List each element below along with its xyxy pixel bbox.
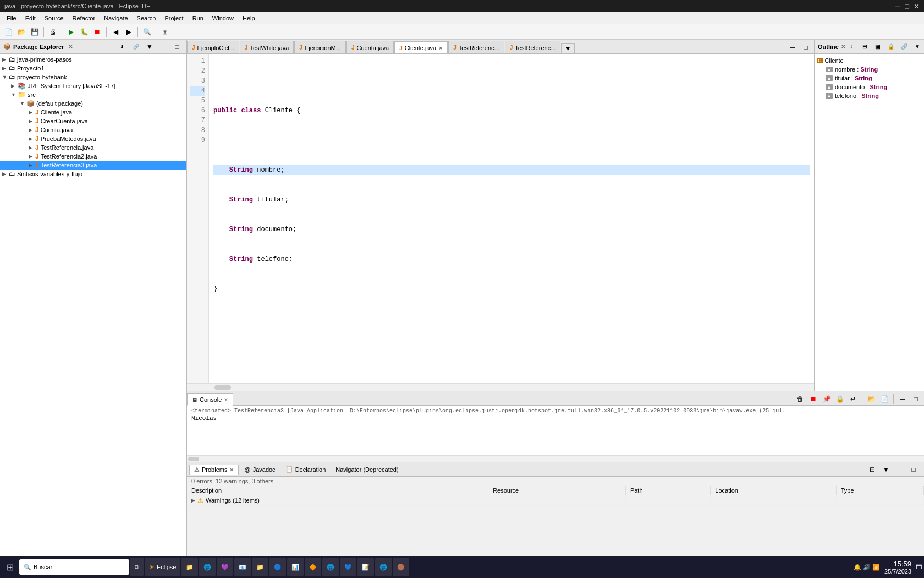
console-scroll-lock[interactable]: 🔒 (834, 393, 846, 405)
expand-arrow[interactable]: ▶ (11, 83, 18, 89)
taskbar-app-chrome[interactable]: 🌐 (199, 558, 216, 576)
outline-hide-nonpublic[interactable]: 🔒 (885, 41, 897, 53)
console-pin[interactable]: 📌 (821, 393, 833, 405)
code-editor[interactable]: 1 2 3 4 5 6 7 8 9 public class Cliente { (187, 54, 814, 383)
expand-arrow[interactable]: ▼ (2, 74, 9, 80)
pe-menu[interactable]: ▼ (144, 41, 156, 53)
problems-close-icon[interactable]: ✕ (229, 467, 234, 473)
close-button[interactable]: ✕ (914, 2, 920, 10)
console-close-icon[interactable]: ✕ (224, 397, 228, 403)
tab-testwhile[interactable]: J TestWhile.java (240, 41, 294, 53)
menu-edit[interactable]: Edit (21, 14, 40, 23)
toolbar-print[interactable]: 🖨 (47, 26, 59, 38)
taskbar-app-app3[interactable]: 📁 (252, 558, 268, 576)
menu-source[interactable]: Source (40, 14, 68, 23)
expand-arrow[interactable]: ▼ (20, 101, 26, 106)
outline-field-nombre[interactable]: ▲ nombre : String (817, 65, 922, 74)
expand-arrow[interactable]: ▼ (11, 92, 18, 97)
tree-proyecto-bytebank[interactable]: ▼ 🗂 proyecto-bytebank (0, 73, 186, 81)
toolbar-prev[interactable]: ◀ (109, 26, 122, 38)
toolbar-new[interactable]: 📄 (2, 26, 14, 38)
pe-collapse[interactable]: ⬇ (116, 41, 128, 53)
menu-project[interactable]: Project (160, 14, 188, 23)
maximize-button[interactable]: □ (905, 2, 909, 10)
tab-ejemplocicl[interactable]: J EjemploCicl... (187, 41, 239, 53)
problems-min[interactable]: ─ (894, 464, 906, 476)
problems-menu[interactable]: ▼ (880, 464, 892, 476)
col-type[interactable]: Type (836, 486, 923, 495)
toolbar-open[interactable]: 📂 (15, 26, 28, 38)
tab-problems[interactable]: ⚠ Problems ✕ (189, 465, 239, 475)
expand-arrow[interactable]: ▶ (29, 162, 35, 168)
pe-min[interactable]: ─ (157, 41, 169, 53)
col-location[interactable]: Location (711, 486, 836, 495)
expand-arrow[interactable]: ▶ (29, 145, 35, 150)
expand-arrow[interactable]: ▶ (2, 66, 9, 71)
col-resource[interactable]: Resource (488, 486, 626, 495)
taskbar-search[interactable]: 🔍 Buscar (19, 559, 129, 575)
tab-overflow[interactable]: ▼ (561, 43, 575, 53)
col-description[interactable]: Description (187, 486, 488, 495)
pe-link[interactable]: 🔗 (130, 41, 142, 53)
expand-arrow[interactable]: ▶ (29, 110, 35, 115)
outline-close[interactable]: ✕ (841, 43, 845, 50)
expand-arrow[interactable]: ▶ (29, 136, 35, 141)
editor-min[interactable]: ─ (787, 41, 799, 53)
toolbar-search[interactable]: 🔍 (141, 26, 153, 38)
problems-max[interactable]: □ (908, 464, 920, 476)
tab-ejercicion[interactable]: J EjercicionM... (294, 41, 346, 53)
tab-cliente-active[interactable]: J Cliente.java ✕ (394, 41, 448, 54)
console-stop[interactable]: ⏹ (807, 393, 820, 405)
tree-java-primeros-pasos[interactable]: ▶ 🗂 java-primeros-pasos (0, 55, 186, 64)
pe-close-icon[interactable]: ✕ (68, 43, 73, 50)
menu-window[interactable]: Window (208, 14, 238, 23)
taskbar-app-app1[interactable]: 💜 (217, 558, 233, 576)
tree-testref3-java[interactable]: ▶ J TestReferencia3.java (0, 161, 186, 170)
expand-arrow[interactable]: ▶ (2, 171, 9, 177)
toolbar-perspective[interactable]: ⊞ (159, 26, 171, 38)
toolbar-next[interactable]: ▶ (123, 26, 135, 38)
h-scrollbar-thumb[interactable] (215, 385, 231, 390)
tab-cuenta[interactable]: J Cuenta.java (346, 41, 394, 53)
problems-filter[interactable]: ⊟ (866, 464, 878, 476)
tree-testref2-java[interactable]: ▶ J TestReferencia2.java (0, 152, 186, 161)
menu-help[interactable]: Help (238, 14, 260, 23)
tab-close-icon[interactable]: ✕ (438, 45, 443, 51)
tree-jre[interactable]: ▶ 📚 JRE System Library [JavaSE-17] (0, 81, 186, 90)
menu-refactor[interactable]: Refactor (68, 14, 100, 23)
outline-field-titular[interactable]: ▲ titular : String (817, 74, 922, 83)
minimize-button[interactable]: ─ (895, 2, 900, 10)
table-row[interactable]: ▶ ⚠ Warnings (12 items) (187, 495, 924, 506)
tab-navigator[interactable]: Navigator (Deprecated) (331, 465, 403, 474)
col-path[interactable]: Path (625, 486, 710, 495)
outline-hide-fields[interactable]: ▣ (872, 41, 884, 53)
outline-class-cliente[interactable]: C Cliente (817, 56, 922, 65)
menu-navigate[interactable]: Navigate (100, 14, 132, 23)
tree-crearcuenta-java[interactable]: ▶ J CrearCuenta.java (0, 117, 186, 126)
console-h-scroll[interactable] (187, 455, 924, 462)
console-max[interactable]: □ (910, 393, 922, 405)
horizontal-scrollbar[interactable] (187, 383, 814, 391)
taskbar-app-app9[interactable]: 🟤 (393, 558, 409, 576)
console-open[interactable]: 📂 (865, 393, 877, 405)
toolbar-debug[interactable]: 🐛 (78, 26, 90, 38)
tree-testref-java[interactable]: ▶ J TestReferencia.java (0, 143, 186, 152)
notification-icon[interactable]: 🗔 (916, 564, 922, 570)
tab-javadoc[interactable]: @ Javadoc (240, 465, 279, 474)
tree-cliente-java[interactable]: ▶ J Cliente.java (0, 108, 186, 117)
console-clear[interactable]: 🗑 (794, 393, 806, 405)
expand-arrow[interactable]: ▶ (29, 127, 35, 133)
taskbar-app-app4[interactable]: 🔵 (270, 558, 286, 576)
outline-field-documento[interactable]: ▲ documento : String (817, 83, 922, 91)
taskbar-app-taskview[interactable]: ⧉ (130, 558, 144, 576)
tab-console[interactable]: 🖥 Console ✕ (187, 393, 233, 406)
toolbar-save[interactable]: 💾 (29, 26, 41, 38)
tab-testreferenc2[interactable]: J TestReferenc... (505, 41, 561, 53)
taskbar-app-word[interactable]: 📝 (358, 558, 374, 576)
expand-arrow-icon[interactable]: ▶ (191, 498, 195, 503)
toolbar-run[interactable]: ▶ (65, 26, 77, 38)
pe-max[interactable]: □ (171, 41, 183, 53)
outline-menu[interactable]: ▼ (911, 41, 923, 53)
tree-sintaxis[interactable]: ▶ 🗂 Sintaxis-variables-y-flujo (0, 170, 186, 178)
expand-arrow[interactable]: ▶ (2, 57, 9, 62)
